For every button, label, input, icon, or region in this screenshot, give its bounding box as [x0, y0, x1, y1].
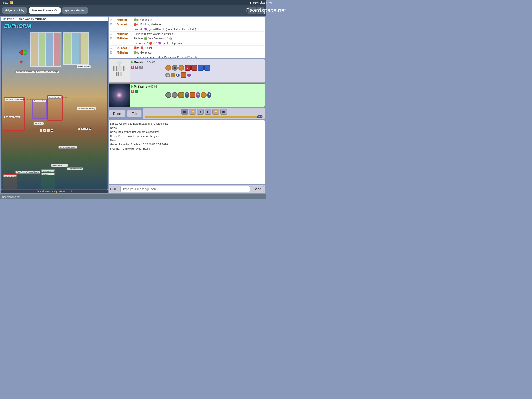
aquifer-label: Aquifer [41, 173, 55, 175]
chat-send-button[interactable]: Send [251, 186, 264, 192]
right-panel: 94 MrBrains 🟢 to Generator 95 Dumbot 🔴 t… [109, 17, 265, 193]
skip-to-start-button[interactable]: ⏮ [181, 109, 188, 115]
player-panels: Dumbot 0:04:05 1 5 2 🔸 ⚫ ■ [109, 59, 265, 107]
pawn-indicator: ♙ [71, 190, 73, 193]
top-cards-area [30, 32, 62, 67]
mrbrains-online-indicator [131, 85, 133, 88]
mrbrains-chips: 3 1 1 [164, 91, 264, 99]
log-entry-96a: 96 MrBrains Retrieve ⚙ from Worker Activ… [110, 32, 264, 36]
fast-rewind-button[interactable]: ⏪ [189, 109, 196, 115]
dumbot-online-indicator [131, 61, 133, 63]
edit-button[interactable]: Edit [127, 110, 142, 117]
dumbot-panel: Dumbot 0:04:05 1 5 2 🔸 ⚫ ■ [109, 59, 265, 83]
chat-input-row: To ALL: Send [109, 185, 265, 193]
dumbot-name: Dumbot [134, 61, 145, 64]
progress-fill [145, 116, 258, 118]
game-instruction: place all 10 Authority tokens [36, 190, 65, 193]
game-selector-button[interactable]: game selector [62, 7, 88, 14]
bottom-status: Boardspace.net [2, 196, 20, 198]
game-board[interactable]: EUPHORIA Wind Saloon Nimbus Loft Breeze … [1, 21, 108, 190]
dumbot-extra-1: ⚙ [165, 73, 170, 77]
controls-row: Done Edit ⏮ ⏪ ◀ ▶ ⏩ ⏭ 102 [109, 108, 265, 119]
lobby-button[interactable]: ddyer - Lobby [2, 7, 27, 14]
mrbrains-token [190, 92, 195, 98]
chat-message-5: News: [110, 138, 263, 143]
dumbot-cube-3 [198, 65, 204, 71]
fast-forward-button[interactable]: ⏩ [212, 109, 219, 115]
log-entry-97: 97 Dumbot 🔴 to 🔴 Tunnel [110, 46, 264, 50]
subterran-label: Subterran Territory [41, 170, 55, 172]
mrbrains-chip-3 [201, 92, 207, 98]
dumbot-chips: 🔸 ⚫ ■ [164, 64, 264, 72]
dumbot-chip-3 [178, 65, 184, 71]
dumbot-token [181, 72, 186, 78]
dumbot-card-1 [171, 73, 175, 77]
location-icon: ▲ [249, 1, 252, 4]
mrbrains-chip-1 [165, 92, 171, 98]
game-area: MrBrains : Game won by MrBrains EUPHORIA… [1, 17, 108, 193]
chat-message-4: News: Please do not comment on the game. [110, 134, 263, 138]
allegiance-track-label: Allegiance Track [67, 167, 83, 170]
dumbot-cube-2 [191, 65, 197, 71]
wastelander-tunnel-label: Wastelander Tunnel [58, 146, 77, 149]
mrbrains-thumbnail [109, 84, 130, 107]
mrbrains-cube-1 [178, 92, 184, 98]
dumbot-thumbnail [109, 59, 130, 82]
bottom-bar: Boardspace.net [0, 194, 266, 200]
review-games-button[interactable]: Review Games #2 [29, 7, 61, 14]
incinerator-box: Incinerator of Historical Accuracy [4, 97, 25, 131]
game-bottom-bar: place all 10 Authority tokens ♙ [1, 190, 108, 193]
progress-bar[interactable]: 102 [145, 116, 263, 118]
step-forward-button[interactable]: ▶ [205, 109, 211, 115]
chat-message-3: News: Remember that you are a spectator. [110, 130, 263, 134]
log-entry-98: 98 MrBrains 🟢 to Generator [110, 50, 264, 55]
chat-input[interactable] [120, 186, 250, 192]
step-back-button[interactable]: ◀ [197, 109, 204, 115]
euphoria-title: EUPHORIA [4, 23, 32, 29]
free-press-label: Free Press of Harsh Reality [15, 171, 40, 174]
dumbot-chip-1: 🔸 [165, 65, 171, 71]
dumbot-score-row: 1 5 2 [131, 66, 162, 69]
right-top-cards [63, 32, 89, 65]
worker-activation-box: Worker Activation [3, 174, 17, 190]
dumbot-extras: ⚙ 2 1 [164, 72, 264, 78]
time-display: 10:14 PM [260, 1, 266, 4]
log-entry-95: 95 Dumbot 🔴 to Build 🔧 Market A [110, 22, 264, 27]
dumbot-resources: 🔸 ⚫ ■ ⚙ 2 1 [163, 59, 265, 82]
dumbot-count: 2 [176, 74, 180, 77]
ark-box: Ark of Fractured Memories [47, 95, 63, 121]
device-label: iPad [3, 1, 8, 4]
battery-label: 91% [253, 1, 259, 4]
wastelander-territory-label: Wastelander Territory [76, 107, 96, 110]
wifi-icon: 📶 [10, 1, 14, 4]
mrbrains-name: MrBrains [134, 85, 147, 88]
heart-icon: ♥ [19, 59, 23, 65]
log-entry-98b: Extra energy cancelled by Registry of Pe… [110, 55, 264, 58]
log-entry-95b: Pay with 💜, gain #1Morale (from Flartner… [110, 27, 264, 32]
chat-area: Lobby: Welcome to BoardSpace client, ver… [109, 120, 265, 184]
main-layout: MrBrains : Game won by MrBrains EUPHORIA… [0, 16, 266, 194]
subterran-tunnel-label: Subterran Tunnel [51, 164, 68, 167]
galaxy-image [109, 84, 130, 107]
euphorian-tunnel-label: Euphorian Tunnel [4, 116, 21, 118]
dumbot-chip-2: ⚫ [172, 65, 178, 71]
green-token [23, 50, 27, 55]
mrbrains-info: MrBrains 0:07:02 1 4 [130, 84, 163, 107]
ark-label: Ark of Fractured Memories [48, 96, 62, 99]
dumbot-cube-4 [204, 65, 210, 71]
log-entry-96c: Green lose 1 🔴 or 1 💜 due to roll penalt… [110, 41, 264, 46]
mrbrains-chip-2 [172, 92, 178, 98]
mrbrains-count: 3 [185, 92, 189, 98]
mrbrains-count-3: 1 [207, 92, 211, 98]
playback-panel: ⏮ ⏪ ◀ ▶ ⏩ ⏭ 102 [143, 108, 265, 119]
done-button[interactable]: Done [109, 110, 125, 117]
game-log[interactable]: 94 MrBrains 🟢 to Generator 95 Dumbot 🔴 t… [109, 17, 265, 58]
incinerator-label: Incinerator of Historical Accuracy [5, 98, 24, 101]
icarite-territory-label: Icarite Territory [76, 65, 91, 68]
skip-to-end-button[interactable]: ⏭ [220, 109, 227, 115]
euphorian-territory-label: Euphorian Territory [33, 99, 46, 102]
dumbot-count-2: 1 [187, 74, 191, 77]
status-bar: iPad 📶 10:14 PM ▲ 91% 🔋 [0, 0, 266, 5]
log-entry-94: 94 MrBrains 🟢 to Generator [110, 18, 264, 22]
game-title-bar: MrBrains : Game won by MrBrains [1, 17, 108, 21]
